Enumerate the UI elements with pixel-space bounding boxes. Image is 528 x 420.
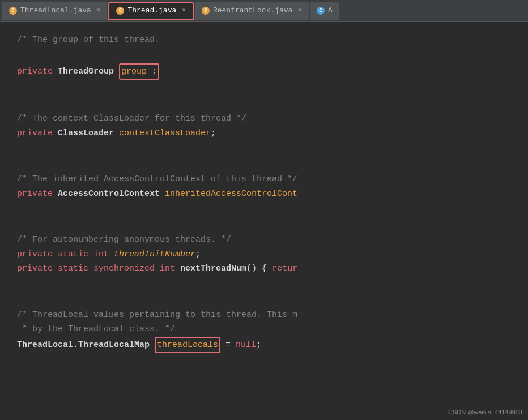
tab-close-threadlocal[interactable]: × xyxy=(97,7,101,14)
code-line-comment-autonumber: /* For autonumbering anonymous threads. … xyxy=(17,233,511,247)
type-access: AccessControlContext xyxy=(58,187,165,202)
keyword-synchronized: synchronized xyxy=(93,262,160,276)
identifier-access: inheritedAccessControlCont xyxy=(165,187,297,202)
tab-label-threadlocal: ThreadLocal.java xyxy=(20,6,91,15)
keyword-static-2: static xyxy=(58,262,93,276)
punct-1: ; xyxy=(211,126,216,141)
tab-label-thread: Thread.java xyxy=(127,6,176,15)
watermark: CSDN @weixin_44149903 xyxy=(448,409,522,415)
tab-a[interactable]: C A xyxy=(310,2,339,20)
code-line-comment-threadlocal1: /* ThreadLocal values pertaining to this… xyxy=(17,308,511,323)
blank-3 xyxy=(17,96,511,112)
comment-threadlocal2: * by the ThreadLocal class. */ xyxy=(17,322,175,337)
type-threadgroup: ThreadGroup xyxy=(58,65,119,79)
keyword-int-2: int xyxy=(160,262,180,276)
identifier-threadinitnumber: threadInitNumber xyxy=(114,247,195,262)
punct-2: ; xyxy=(195,247,201,262)
highlight-threadlocals: threadLocals xyxy=(155,337,220,354)
tab-close-thread[interactable]: × xyxy=(182,7,186,14)
value-null: null xyxy=(236,338,256,353)
blank-8 xyxy=(17,276,511,292)
type-classloader: ClassLoader xyxy=(58,126,119,141)
punct-assign: = xyxy=(220,338,236,353)
keyword-private-3: private xyxy=(17,187,58,202)
highlight-group: group ; xyxy=(119,63,159,80)
keyword-private-5: private xyxy=(17,262,58,276)
punct-3: () { xyxy=(246,262,272,276)
blank-9 xyxy=(17,292,511,308)
tab-reentrantlock[interactable]: C ReentrantLock.java × xyxy=(195,2,309,20)
comment-access: /* The inherited AccessControlContext of… xyxy=(17,172,297,187)
punct-semi: ; xyxy=(256,338,261,353)
code-line-comment-classloader: /* The context ClassLoader for this thre… xyxy=(17,112,511,126)
code-line-comment-threadlocal2: * by the ThreadLocal class. */ xyxy=(17,322,511,337)
blank-5 xyxy=(17,156,511,172)
tab-icon-threadlocal: C xyxy=(9,7,17,15)
comment-autonumber: /* For autonumbering anonymous threads. … xyxy=(17,233,231,247)
tab-thread[interactable]: C Thread.java × xyxy=(108,2,193,20)
comment-classloader: /* The context ClassLoader for this thre… xyxy=(17,112,246,126)
tab-close-reentrantlock[interactable]: × xyxy=(298,7,302,14)
tab-icon-a: C xyxy=(317,7,325,15)
code-line-nexthreadnum: private static synchronized int nextThre… xyxy=(17,262,511,276)
tab-bar: C ThreadLocal.java × C Thread.java × C R… xyxy=(0,0,528,22)
tab-label-reentrantlock: ReentrantLock.java xyxy=(213,6,292,15)
blank-1 xyxy=(17,48,511,63)
code-line-comment-access: /* The inherited AccessControlContext of… xyxy=(17,172,511,187)
keyword-static-1: static xyxy=(58,247,93,262)
code-line-1: /* The group of this thread. xyxy=(17,33,511,48)
code-line-threadgroup: private ThreadGroup group ; xyxy=(17,63,511,80)
code-line-threadinitnumber: private static int threadInitNumber ; xyxy=(17,247,511,262)
code-line-threadlocals: ThreadLocal.ThreadLocalMap threadLocals … xyxy=(17,337,511,354)
keyword-return: retur xyxy=(272,262,297,276)
identifier-contextclassloader: contextClassLoader xyxy=(119,126,211,141)
type-threadlocal-map: ThreadLocal.ThreadLocalMap xyxy=(17,338,155,353)
blank-6 xyxy=(17,201,511,217)
keyword-private-4: private xyxy=(17,247,58,262)
tab-label-a: A xyxy=(328,6,333,15)
tab-icon-thread: C xyxy=(116,7,124,15)
comment-1: /* The group of this thread. xyxy=(17,33,160,48)
blank-7 xyxy=(17,217,511,233)
tab-icon-reentrantlock: C xyxy=(202,7,210,15)
tab-threadlocal[interactable]: C ThreadLocal.java × xyxy=(2,2,107,20)
code-area: /* The group of this thread. private Thr… xyxy=(0,22,528,420)
keyword-private-1: private xyxy=(17,65,58,79)
code-line-access: private AccessControlContext inheritedAc… xyxy=(17,187,511,202)
keyword-int-1: int xyxy=(93,247,114,262)
blank-4 xyxy=(17,140,511,156)
code-line-classloader: private ClassLoader contextClassLoader ; xyxy=(17,126,511,141)
keyword-private-2: private xyxy=(17,126,58,141)
identifier-group: group ; xyxy=(121,67,157,76)
identifier-threadlocals: threadLocals xyxy=(157,340,218,350)
method-nextthreadnum: nextThreadNum xyxy=(180,262,246,276)
comment-threadlocal1: /* ThreadLocal values pertaining to this… xyxy=(17,308,297,323)
blank-2 xyxy=(17,80,511,96)
